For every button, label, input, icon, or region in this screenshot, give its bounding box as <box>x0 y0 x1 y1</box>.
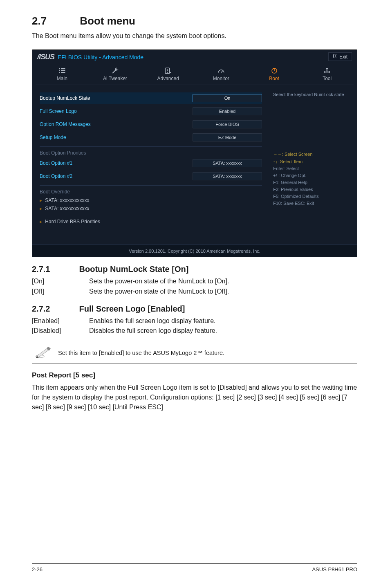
svg-point-9 <box>167 70 168 71</box>
key-legend-line: F10: Save ESC: Exit <box>273 200 350 207</box>
tab-tool[interactable]: Tool <box>300 65 354 85</box>
key-legend-line: F5: Optimized Defaults <box>273 193 350 200</box>
post-report-body: This item appears only when the Full Scr… <box>32 383 357 412</box>
bios-logo: /ISUS <box>37 53 54 61</box>
key-legend-line: +/-: Change Opt. <box>273 172 350 179</box>
subsection-heading: 2.7.2 Full Screen Logo [Enabled] <box>32 304 357 314</box>
key-legend-line: F2: Previous Values <box>273 186 350 193</box>
setting-value[interactable]: EZ Mode <box>193 133 262 141</box>
option-row: [Enabled] Enables the full screen logo d… <box>32 316 357 326</box>
tab-advanced[interactable]: Advanced <box>141 65 195 85</box>
key-legend-line: →←: Select Screen <box>273 151 350 158</box>
setting-row[interactable]: Setup Mode EZ Mode <box>40 132 262 143</box>
tab-tool-label: Tool <box>300 76 354 81</box>
setting-value[interactable]: Force BIOS <box>193 120 262 128</box>
svg-point-8 <box>167 69 168 70</box>
key-legend-line: Enter: Select <box>273 165 350 172</box>
tab-ai-tweaker-label: Ai Tweaker <box>89 76 142 81</box>
power-icon <box>270 67 279 74</box>
tab-main[interactable]: Main <box>36 65 89 85</box>
tab-ai-tweaker[interactable]: Ai Tweaker <box>89 65 142 85</box>
option-key: [On] <box>32 276 89 287</box>
svg-rect-16 <box>326 69 328 71</box>
setting-row[interactable]: Option ROM Messages Force BIOS <box>40 119 262 130</box>
svg-line-12 <box>221 71 223 73</box>
setting-row[interactable]: Boot Option #1 SATA: xxxxxxx <box>40 157 262 169</box>
svg-rect-0 <box>333 54 337 58</box>
tab-monitor-label: Monitor <box>195 76 248 81</box>
list-icon <box>58 67 67 74</box>
subsection-title: Bootup NumLock State [On] <box>79 265 189 274</box>
subsection-title: Full Screen Logo [Enabled] <box>79 304 185 313</box>
tool-icon <box>323 67 332 74</box>
section-heading: 2.7 Boot menu <box>32 15 357 27</box>
keypad-icon <box>164 67 173 74</box>
product-name: ASUS P8H61 PRO <box>312 566 357 572</box>
section-number: 2.7 <box>32 15 77 27</box>
svg-rect-2 <box>61 68 65 69</box>
svg-rect-3 <box>59 70 60 71</box>
chevron-right-icon: ▸ <box>40 197 42 203</box>
page-number: 2-26 <box>32 566 43 572</box>
post-report-heading: Post Report [5 sec] <box>32 371 357 379</box>
setting-value[interactable]: SATA: xxxxxxx <box>193 172 262 180</box>
subsection-heading: 2.7.1 Bootup NumLock State [On] <box>32 265 357 274</box>
exit-icon <box>333 54 338 60</box>
exit-button[interactable]: Exit <box>328 52 352 61</box>
setting-value[interactable]: SATA: xxxxxxx <box>193 159 262 167</box>
setting-label: Setup Mode <box>40 135 193 140</box>
setting-row[interactable]: Full Screen Logo Enabled <box>40 105 262 117</box>
setting-label: Option ROM Messages <box>40 121 193 127</box>
note-callout: Set this item to [Enabled] to use the AS… <box>32 342 357 364</box>
wrench-icon <box>111 67 120 74</box>
setting-label: Boot Option #1 <box>40 160 193 166</box>
setting-value[interactable]: On <box>193 94 262 102</box>
override-item[interactable]: ▸ SATA: xxxxxxxxxxxx <box>40 204 262 213</box>
gauge-icon <box>217 67 226 74</box>
bios-settings-pane: Bootup NumLock State On Full Screen Logo… <box>36 89 268 245</box>
override-item-label: SATA: xxxxxxxxxxxx <box>45 197 89 203</box>
bios-footer: Version 2.00.1201. Copyright (C) 2010 Am… <box>32 245 357 257</box>
pencil-icon <box>35 345 58 361</box>
option-desc: Disables the full screen logo display fe… <box>89 326 217 336</box>
setting-row[interactable]: Boot Option #2 SATA: xxxxxxx <box>40 171 262 182</box>
setting-row[interactable]: Bootup NumLock State On <box>40 92 262 104</box>
option-row: [Off] Sets the power-on state of the Num… <box>32 287 357 297</box>
chevron-right-icon: ▸ <box>40 219 42 224</box>
boot-override-head: Boot Override <box>40 185 262 195</box>
note-text: Set this item to [Enabled] to use the AS… <box>58 350 224 356</box>
hard-drive-bbs[interactable]: ▸ Hard Drive BBS Priorities <box>40 218 262 226</box>
key-legend-line: F1: General Help <box>273 179 350 186</box>
option-row: [Disabled] Disables the full screen logo… <box>32 326 357 336</box>
bios-help-pane: Select the keyboard NumLock state →←: Se… <box>268 89 354 245</box>
subsection-number: 2.7.1 <box>32 265 77 274</box>
chevron-right-icon: ▸ <box>40 206 42 211</box>
svg-rect-6 <box>61 72 65 73</box>
hard-drive-bbs-label: Hard Drive BBS Priorities <box>45 219 100 224</box>
help-text: Select the keyboard NumLock state <box>273 92 350 98</box>
svg-point-11 <box>170 72 171 73</box>
bios-tab-bar: Main Ai Tweaker Advanced Monitor Boot <box>36 65 354 85</box>
override-item-label: SATA: xxxxxxxxxxxx <box>45 206 89 211</box>
exit-label: Exit <box>339 54 347 60</box>
option-row: [On] Sets the power-on state of the NumL… <box>32 276 357 287</box>
tab-monitor[interactable]: Monitor <box>195 65 248 85</box>
setting-label: Bootup NumLock State <box>40 95 193 101</box>
svg-rect-1 <box>59 68 60 69</box>
setting-label: Full Screen Logo <box>40 108 193 114</box>
subsection-number: 2.7.2 <box>32 304 77 314</box>
svg-point-10 <box>167 72 168 73</box>
option-key: [Disabled] <box>32 326 89 336</box>
tab-advanced-label: Advanced <box>141 76 195 81</box>
option-desc: Sets the power-on state of the NumLock t… <box>89 276 229 287</box>
section-intro: The Boot menu items allow you to change … <box>32 31 357 40</box>
boot-option-priorities-head: Boot Option Priorities <box>40 146 262 156</box>
option-desc: Sets the power-on state of the NumLock t… <box>89 287 229 297</box>
section-title: Boot menu <box>80 15 135 27</box>
key-legend-line: ↑↓: Select Item <box>273 158 350 165</box>
setting-value[interactable]: Enabled <box>193 107 262 115</box>
tab-main-label: Main <box>36 76 89 81</box>
option-key: [Off] <box>32 287 89 297</box>
tab-boot[interactable]: Boot <box>248 65 301 85</box>
override-item[interactable]: ▸ SATA: xxxxxxxxxxxx <box>40 196 262 204</box>
